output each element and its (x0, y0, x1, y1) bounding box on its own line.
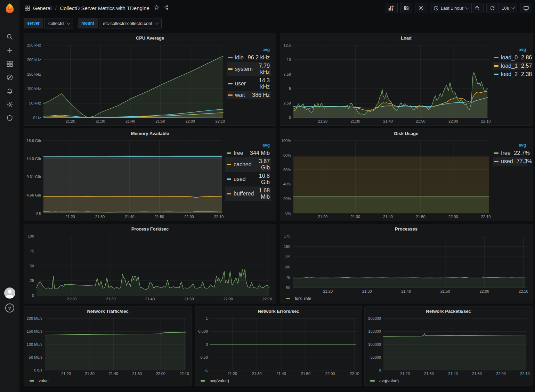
panel-title[interactable]: Memory Available (24, 129, 276, 138)
time-range-picker[interactable]: Last 1 hour (430, 3, 471, 13)
configuration-gear-icon[interactable] (0, 98, 19, 111)
panel-title[interactable]: CPU Average (24, 33, 276, 42)
legend: avg(value) (196, 377, 360, 385)
legend-series-name: free (501, 150, 511, 156)
panel-cpu-average: CPU Average 21:2021:3021:4021:5022:0022:… (24, 33, 276, 126)
zoom-out-button[interactable] (471, 3, 483, 13)
legend-item-fork_rate[interactable]: fork_rate (286, 296, 311, 301)
cpu-average-chart[interactable]: 21:2021:3021:4021:5022:0022:100 Hz50 kHz… (25, 42, 227, 125)
legend-item-free[interactable]: free22.7% (493, 149, 527, 157)
svg-text:21:30: 21:30 (106, 297, 116, 301)
legend-item-avg(value)[interactable]: avg(value) (201, 378, 229, 383)
share-icon[interactable] (163, 5, 169, 12)
svg-text:100 Mb/s: 100 Mb/s (27, 342, 43, 347)
svg-text:21:30: 21:30 (351, 119, 360, 123)
legend: fork_rate (282, 295, 531, 302)
legend-item-load_0[interactable]: load_02.86 (493, 53, 527, 62)
processes-chart[interactable]: 21:2021:3021:4021:5022:0022:105075100125… (282, 233, 531, 295)
svg-text:0: 0 (206, 342, 208, 347)
legend-item-avg(value)[interactable]: avg(value) (370, 378, 399, 383)
svg-text:0 b: 0 b (36, 211, 41, 215)
panel-title[interactable]: Load (280, 33, 532, 42)
legend-series-name: buffered (234, 191, 254, 197)
legend-series-name: avg(value) (379, 378, 399, 383)
dashboards-icon[interactable] (0, 57, 19, 70)
svg-text:100 kHz: 100 kHz (27, 86, 41, 91)
legend-item-system[interactable]: system7.79 kHz (227, 62, 271, 76)
svg-text:100: 100 (28, 234, 34, 238)
help-icon[interactable]: ? (5, 303, 14, 312)
svg-text:175: 175 (284, 234, 290, 238)
svg-text:7.50: 7.50 (284, 72, 291, 76)
legend-item-wait[interactable]: wait386 Hz (227, 91, 271, 99)
svg-text:-1: -1 (204, 368, 208, 372)
refresh-button[interactable] (487, 3, 498, 13)
svg-text:5: 5 (289, 86, 291, 91)
network-packets-chart[interactable]: 21:2021:3021:4021:5022:0022:100500001000… (366, 316, 531, 377)
variable-server-value[interactable]: collectd (44, 18, 73, 28)
svg-text:22:10: 22:10 (520, 372, 530, 376)
legend-item-cached[interactable]: cached3.67 Gib (225, 157, 271, 172)
svg-text:22:10: 22:10 (350, 372, 359, 376)
page-title[interactable]: CollectD Server Metrics with TDengine (60, 5, 149, 11)
chart-svg: 21:2021:3021:4021:5022:0022:100 b/s50 Mb… (25, 316, 190, 377)
search-icon[interactable] (0, 30, 19, 43)
svg-text:21:20: 21:20 (400, 372, 410, 376)
legend-series-avg: 1.68 Mib (257, 187, 270, 200)
load-chart[interactable]: 21:2021:3021:4021:5022:0022:1002.5057.50… (282, 42, 493, 125)
svg-text:60%: 60% (283, 168, 291, 172)
user-avatar[interactable] (4, 287, 15, 299)
network-errors-chart[interactable]: 21:2021:3021:4021:5022:0022:10-1-0.5000.… (196, 316, 360, 377)
alerting-bell-icon[interactable] (0, 84, 19, 98)
variable-mount-value[interactable]: etc-collectd-collectd.conf (99, 18, 162, 28)
memory-available-chart[interactable]: 21:2021:3021:4021:5022:0022:100 b4.66 Gi… (25, 138, 225, 220)
legend-item-used[interactable]: used10.8 Gib (225, 172, 271, 186)
panel-title[interactable]: Network Traffic/sec (24, 307, 192, 316)
svg-text:21:40: 21:40 (401, 289, 411, 293)
cycle-view-mode-button[interactable] (520, 3, 532, 13)
svg-text:22:00: 22:00 (184, 215, 194, 219)
grafana-logo[interactable] (0, 0, 19, 17)
breadcrumb-section[interactable]: General (33, 5, 51, 11)
legend-swatch (228, 83, 233, 84)
add-panel-button[interactable] (385, 3, 398, 13)
disk-usage-chart[interactable]: 21:2021:3021:4021:5022:0022:100%20%40%60… (282, 138, 493, 220)
svg-text:75: 75 (286, 275, 290, 280)
legend-avg-header: avg (493, 143, 527, 149)
svg-text:22:10: 22:10 (214, 215, 224, 219)
legend-item-used[interactable]: used77.3% (493, 157, 527, 166)
panel-title[interactable]: Network Packets/sec (365, 307, 532, 316)
panel-title[interactable]: Processes (280, 224, 532, 233)
save-dashboard-button[interactable] (400, 3, 412, 13)
legend-item-value[interactable]: value (30, 378, 49, 383)
svg-text:50000: 50000 (370, 355, 381, 359)
create-plus-icon[interactable] (0, 43, 19, 57)
svg-text:22:00: 22:00 (156, 372, 165, 376)
svg-text:22:10: 22:10 (216, 119, 225, 123)
svg-text:22:00: 22:00 (223, 297, 233, 301)
legend-item-buffered[interactable]: buffered1.68 Mib (225, 186, 271, 201)
chart-svg: 21:2021:3021:4021:5022:0022:10-1-0.5000.… (196, 316, 360, 377)
legend-item-free[interactable]: free344 Mib (225, 149, 271, 157)
legend-item-user[interactable]: user14.3 kHz (227, 76, 271, 91)
refresh-interval-label: 10s (502, 6, 509, 11)
refresh-interval-picker[interactable]: 10s (498, 3, 517, 13)
panel-title[interactable]: Disk Usage (280, 129, 532, 138)
server-admin-shield-icon[interactable] (0, 111, 19, 125)
legend-series-name: wait (235, 92, 249, 98)
legend-item-load_2[interactable]: load_22.38 (493, 70, 527, 78)
network-traffic-chart[interactable]: 21:2021:3021:4021:5022:0022:100 b/s50 Mb… (25, 316, 190, 377)
svg-text:0: 0 (289, 116, 291, 120)
legend-swatch (227, 152, 231, 154)
panel-title[interactable]: Process Fork/sec (24, 224, 276, 233)
panel-title[interactable]: Network Errors/sec (195, 307, 362, 316)
legend-item-idle[interactable]: idle96.2 kHz (227, 53, 271, 62)
svg-text:21:40: 21:40 (145, 297, 155, 301)
legend-item-load_1[interactable]: load_12.57 (493, 62, 527, 70)
svg-text:2.50: 2.50 (284, 101, 291, 105)
svg-text:21:30: 21:30 (252, 372, 262, 376)
explore-compass-icon[interactable] (0, 70, 19, 84)
process-fork-chart[interactable]: 21:2021:3021:4021:5022:0022:100255075100 (25, 233, 275, 302)
dashboard-settings-button[interactable] (415, 3, 427, 13)
star-icon[interactable] (154, 5, 160, 12)
